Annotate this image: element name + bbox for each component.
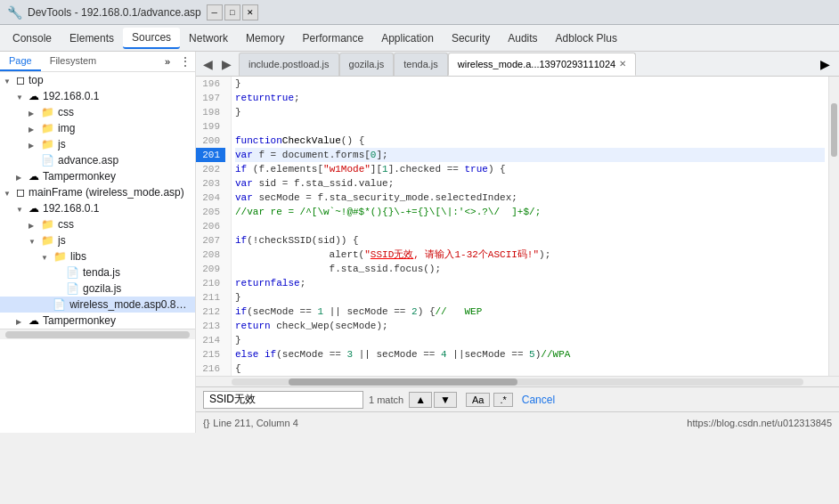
line-num-216: 216 [196,362,225,376]
tree-label: 192.168.0.1 [43,202,99,215]
tree-label: advance.asp [58,154,118,167]
tree-label: img [58,122,75,134]
scrollbar-thumb[interactable] [289,378,517,386]
menu-security[interactable]: Security [443,28,499,48]
tab-filesystem[interactable]: Filesystem [41,52,106,71]
tree-item-mainframe[interactable]: ◻ mainFrame (wireless_mode.asp) [0,184,195,200]
search-cancel-button[interactable]: Cancel [522,394,555,406]
expand-icon [16,92,29,102]
more-tabs-button[interactable]: » [159,52,175,71]
source-tabs-bar: ◀ ▶ include.postload.js gozila.js tenda.… [196,52,839,77]
cursor-position: Line 211, Column 4 [213,418,297,428]
tree-label: libs [70,250,86,263]
line-num-213: 213 [196,319,225,333]
code-type-icon: {} [203,418,209,428]
regex-button[interactable]: .* [493,393,512,407]
restore-button[interactable]: □ [224,4,240,20]
tree-item-img[interactable]: 📁 img [0,120,195,136]
tree-item-js1[interactable]: 📁 js [0,136,195,152]
tab-prev-button[interactable]: ◀ [200,55,216,73]
code-line-211: } [235,290,825,305]
tree-item-wireless-asp[interactable]: 📄 wireless_mode.asp0.86139 [0,297,195,313]
expand-icon [16,204,29,214]
tab-wireless-mode[interactable]: wireless_mode.a...13970293111024 ✕ [448,53,636,76]
tree-item-gozila-js[interactable]: 📄 gozila.js [0,280,195,297]
tree-item-advance-asp[interactable]: 📄 advance.asp [0,152,195,168]
tree-item-tampermonkey1[interactable]: ☁ Tampermonkey [0,168,195,184]
line-num-201: 201 [196,148,225,162]
menu-audits[interactable]: Audits [499,28,546,48]
folder-icon: 📁 [41,138,54,150]
sidebar-menu-button[interactable]: ⋮ [175,52,195,71]
match-case-button[interactable]: Aa [466,393,490,407]
sidebar-scrollbar[interactable] [0,329,195,339]
tree-label: 192.168.0.1 [43,90,99,102]
menu-sources[interactable]: Sources [123,28,180,49]
line-num-210: 210 [196,276,225,290]
line-num-206: 206 [196,219,225,233]
code-line-203: var sid = f.sta_ssid.value; [235,176,825,191]
vertical-scrollbar[interactable] [828,77,839,376]
search-input[interactable] [203,391,363,409]
expand-icon [16,172,29,182]
search-next-button[interactable]: ▼ [434,392,457,408]
code-line-197: return true; [235,91,825,105]
menu-elements[interactable]: Elements [61,28,123,48]
tree-item-domain1[interactable]: ☁ 192.168.0.1 [0,88,195,104]
tab-next-button[interactable]: ▶ [218,55,235,73]
menu-adblock[interactable]: Adblock Plus [547,28,626,48]
tab-expand-button[interactable]: ▶ [815,55,835,73]
line-num-205: 205 [196,205,225,219]
tab-gozila[interactable]: gozila.js [339,53,395,76]
tree-item-css2[interactable]: 📁 css [0,216,195,232]
tree-item-tampermonkey2[interactable]: ☁ Tampermonkey [0,313,195,329]
minimize-button[interactable]: ─ [207,4,223,20]
search-prev-button[interactable]: ▲ [409,392,432,408]
cloud-icon: ☁ [29,90,39,102]
cloud-icon: ☁ [29,314,39,327]
sidebar-panel-tabs: Page Filesystem » ⋮ [0,52,195,72]
statusbar: {} Line 211, Column 4 https://blog.csdn.… [196,411,839,433]
line-num-208: 208 [196,248,225,262]
tree-item-tenda-js[interactable]: 📄 tenda.js [0,264,195,280]
code-line-205: //var re = /^[\w`~!@#$*(){}\-+={}\[\|:'<… [235,205,825,219]
tree-item-css1[interactable]: 📁 css [0,104,195,120]
tab-tenda[interactable]: tenda.js [394,53,448,76]
line-num-209: 209 [196,262,225,276]
tab-end: ▶ [815,55,835,73]
code-line-206 [235,219,825,233]
menu-console[interactable]: Console [4,28,61,48]
expand-icon [29,220,41,230]
tree-item-top[interactable]: ◻ top [0,72,195,88]
menu-network[interactable]: Network [180,28,237,48]
tab-page[interactable]: Page [0,52,41,71]
tree-item-libs[interactable]: 📁 libs [0,248,195,264]
menu-application[interactable]: Application [372,28,443,48]
status-url: https://blog.csdn.net/u012313845 [687,418,832,428]
code-line-200: function CheckValue() { [235,134,825,148]
tab-include-postload[interactable]: include.postload.js [239,53,339,76]
tree-item-js2[interactable]: 📁 js [0,232,195,248]
tree-label: mainFrame (wireless_mode.asp) [29,186,184,199]
line-num-196: 196 [196,77,225,91]
close-button[interactable]: ✕ [242,4,258,20]
menu-memory[interactable]: Memory [237,28,293,48]
line-num-199: 199 [196,119,225,134]
frame-icon: ◻ [16,186,25,199]
tree-item-domain2[interactable]: ☁ 192.168.0.1 [0,200,195,216]
titlebar: 🔧 DevTools - 192.168.0.1/advance.asp ─ □… [0,0,839,25]
code-line-202: if (f.elements["w1Mode"][1].checked == t… [235,162,825,176]
menu-performance[interactable]: Performance [293,28,372,48]
line-num-202: 202 [196,162,225,176]
file-icon: 📄 [41,154,54,167]
line-num-200: 200 [196,134,225,148]
code-line-210: return false; [235,276,825,290]
horizontal-scrollbar[interactable] [196,376,839,386]
window-title: DevTools - 192.168.0.1/advance.asp [28,6,201,19]
code-line-196: } [235,77,825,91]
code-line-199 [235,119,825,134]
code-editor[interactable]: } return true; } function CheckValue() {… [232,77,828,376]
line-num-212: 212 [196,305,225,319]
code-line-214: } [235,333,825,347]
tab-close-button[interactable]: ✕ [619,59,626,69]
